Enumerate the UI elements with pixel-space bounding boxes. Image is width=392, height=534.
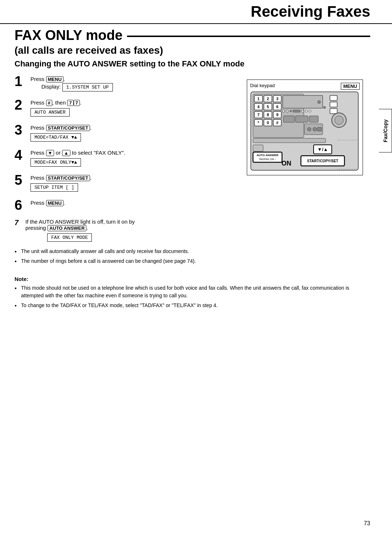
- auto-answer-key: AUTO ANSWER: [48, 225, 87, 231]
- step-4: 4 Press ▼ or ▲ to select "FAX ONLY". MOD…: [15, 150, 236, 168]
- step-3-number: 3: [15, 123, 30, 137]
- svg-point-29: [290, 110, 291, 112]
- menu-label-box: MENU: [341, 83, 360, 90]
- key-7a: 7: [67, 100, 73, 106]
- notes-section: Note: This mode should not be used on a …: [15, 276, 370, 309]
- step-1-content: Press MENU. Display: 1.SYSTEM SET UP: [30, 76, 236, 93]
- svg-rect-47: [317, 127, 322, 131]
- display-2: AUTO ANSWER: [30, 108, 70, 117]
- step-3-content: Press START/COPY/SET. MODE=TAD/FAX ▼▲: [30, 125, 236, 143]
- svg-point-37: [318, 101, 320, 103]
- down-key: ▼: [46, 150, 54, 156]
- svg-text:1: 1: [257, 97, 260, 101]
- step-4-content: Press ▼ or ▲ to select "FAX ONLY". MODE=…: [30, 150, 236, 168]
- page-header: Receiving Faxes: [0, 0, 392, 24]
- step-7-number: 7: [15, 219, 25, 227]
- page-title: Receiving Faxes: [251, 3, 370, 20]
- step-2: 2 Press #, then 77. AUTO ANSWER: [15, 99, 236, 118]
- svg-point-38: [323, 106, 326, 109]
- menu-key-6: MENU: [46, 200, 64, 206]
- step-1: 1 Press MENU. Display: 1.SYSTEM SET UP: [15, 76, 236, 93]
- svg-rect-30: [293, 110, 300, 112]
- step-7: 7 If the AUTO ANSWER light is off, turn …: [15, 219, 236, 243]
- diagram-column: Dial keypad MENU 1 2 3: [247, 76, 370, 267]
- step-1-text: Press MENU. Display: 1.SYSTEM SET UP: [30, 76, 236, 91]
- step-6: 6 Press MENU.: [15, 200, 236, 212]
- svg-rect-36: [330, 109, 337, 114]
- step-2-content: Press #, then 77. AUTO ANSWER: [30, 99, 236, 118]
- svg-point-46: [313, 127, 317, 131]
- svg-text:ON: ON: [282, 160, 291, 167]
- step-6-content: Press MENU.: [30, 200, 236, 208]
- step-6-text: Press MENU.: [30, 200, 236, 206]
- hash-key: #: [46, 100, 52, 106]
- svg-text:9: 9: [276, 113, 278, 117]
- note-list: This mode should not be used on a teleph…: [15, 284, 370, 309]
- step-5-content: Press START/COPY/SET. SETUP ITEM [ ]: [30, 175, 236, 193]
- svg-text:AUTO ANSWER: AUTO ANSWER: [257, 154, 278, 157]
- svg-text:▼/▲: ▼/▲: [317, 147, 328, 152]
- two-column-layout: 1 Press MENU. Display: 1.SYSTEM SET UP 2…: [15, 76, 370, 267]
- fax-only-divider: [127, 36, 370, 37]
- svg-rect-48: [253, 138, 326, 143]
- menu-key-1: MENU: [46, 76, 64, 82]
- display-7: FAX ONLY MODE: [47, 233, 92, 242]
- diagram-labels: Dial keypad MENU: [250, 83, 360, 90]
- device-svg: 1 2 3 4 5 6 7: [250, 91, 359, 171]
- step-4-text: Press ▼ or ▲ to select "FAX ONLY". MODE=…: [30, 150, 236, 167]
- display-3: MODE=TAD/FAX ▼▲: [30, 133, 81, 142]
- fax-only-title: FAX ONLY mode: [15, 28, 123, 43]
- svg-text:4: 4: [257, 105, 260, 109]
- note-item-2: To change to the TAD/FAX or TEL/FAX mode…: [15, 302, 370, 309]
- start-copy-key-3: START/COPY/SET: [46, 125, 90, 131]
- svg-rect-49: [253, 145, 263, 151]
- svg-rect-35: [330, 102, 337, 107]
- display-4: MODE=FAX ONLY▼▲: [30, 158, 81, 167]
- svg-rect-40: [295, 116, 308, 122]
- up-key: ▲: [62, 150, 70, 156]
- svg-text:6: 6: [276, 105, 278, 109]
- bullet-2: The number of rings before a call is ans…: [15, 257, 236, 265]
- svg-text:2: 2: [267, 97, 269, 101]
- svg-rect-34: [330, 95, 337, 101]
- svg-text:7: 7: [257, 113, 260, 117]
- svg-rect-41: [309, 116, 318, 122]
- step-5-number: 5: [15, 173, 30, 187]
- step-5-text: Press START/COPY/SET. SETUP ITEM [ ]: [30, 175, 236, 192]
- bullet-points: The unit will automatically answer all c…: [15, 248, 236, 265]
- fax-only-description: Changing the AUTO ANSWER setting to the …: [15, 59, 370, 69]
- bullet-1: The unit will automatically answer all c…: [15, 248, 236, 255]
- side-tab: Fax/Copy: [379, 109, 392, 152]
- svg-point-45: [307, 127, 311, 131]
- step-7-text: If the AUTO ANSWER light is off, turn it…: [25, 219, 135, 242]
- fax-only-subtitle: (all calls are received as faxes): [15, 45, 370, 56]
- svg-text:TAD/FAX ON ○: TAD/FAX ON ○: [259, 158, 276, 160]
- step-3-text: Press START/COPY/SET. MODE=TAD/FAX ▼▲: [30, 125, 236, 142]
- svg-rect-26: [283, 95, 323, 108]
- svg-point-32: [305, 110, 307, 112]
- step-5: 5 Press START/COPY/SET. SETUP ITEM [ ]: [15, 175, 236, 193]
- svg-point-28: [286, 110, 288, 112]
- display-1: 1.SYSTEM SET UP: [62, 83, 113, 91]
- steps-column: 1 Press MENU. Display: 1.SYSTEM SET UP 2…: [15, 76, 236, 267]
- device-diagram: Dial keypad MENU 1 2 3: [247, 80, 363, 175]
- svg-point-31: [302, 110, 304, 112]
- svg-text:5: 5: [267, 105, 269, 109]
- note-label: Note:: [15, 276, 370, 282]
- svg-text:3: 3: [276, 97, 278, 101]
- svg-point-43: [335, 116, 343, 125]
- step-1-number: 1: [15, 74, 30, 88]
- step-7-content: If the AUTO ANSWER light is off, turn it…: [25, 219, 135, 243]
- svg-text:START/COPY/SET: START/COPY/SET: [307, 159, 338, 163]
- step-2-number: 2: [15, 98, 30, 112]
- step-2-text: Press #, then 77. AUTO ANSWER: [30, 99, 236, 117]
- key-7b: 7: [74, 100, 80, 106]
- main-content: FAX ONLY mode (all calls are received as…: [0, 24, 392, 319]
- page-number: 73: [364, 520, 370, 527]
- svg-point-27: [282, 110, 285, 112]
- fax-only-heading: FAX ONLY mode: [15, 28, 370, 43]
- svg-text:0: 0: [267, 121, 269, 125]
- step-4-number: 4: [15, 148, 30, 162]
- svg-point-33: [309, 110, 311, 112]
- svg-text:*: *: [258, 121, 260, 125]
